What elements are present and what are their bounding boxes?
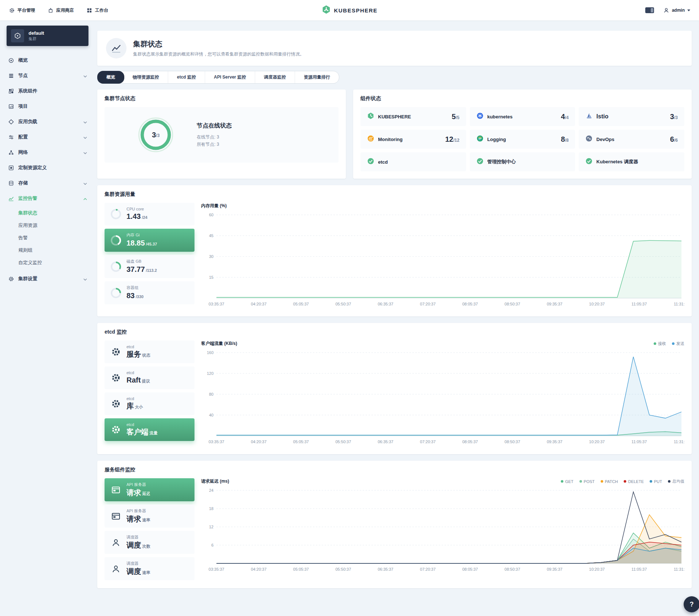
memory-donut-icon [110,235,121,246]
sidebar-item-storage[interactable]: 存储 [0,175,95,191]
resource-item-memory[interactable]: 内存 Gi 18.85/45.37 [105,229,194,252]
nav-workbench[interactable]: 工作台 [86,7,108,14]
cluster-selector[interactable]: default 集群 [7,26,88,46]
help-button[interactable]: ? [684,596,699,612]
sidebar-item-network[interactable]: 网络 [0,145,95,160]
svg-text:06:35:37: 06:35:37 [378,440,393,444]
tab-scheduler[interactable]: 调度器监控 [255,71,295,83]
svg-text:10:20:37: 10:20:37 [589,302,605,306]
svg-text:05:05:37: 05:05:37 [293,440,309,444]
sidebar-item-projects[interactable]: 项目 [0,99,95,114]
svg-text:06:35:37: 06:35:37 [378,302,393,306]
component-control-center: 管理控制中心 [470,152,575,171]
tab-overview[interactable]: 概览 [97,71,124,84]
nodes-icon [8,73,14,79]
svg-text:120: 120 [207,371,214,376]
sidebar-item-crd[interactable]: 定制资源定义 [0,160,95,175]
etcd-client-traffic-chart: 408012016003:35:3704:20:3705:05:3705:50:… [201,348,684,446]
sidebar-subitem-rule-groups[interactable]: 规则组 [0,244,95,256]
chart-legend: GET POST PATCH DELETE PUT 总均值 [561,479,684,484]
svg-text:11:05:37: 11:05:37 [631,302,647,306]
nav-app-store[interactable]: 应用商店 [48,7,74,14]
nav-label: 应用商店 [56,7,74,14]
sidebar-item-workloads[interactable]: 应用负载 [0,114,95,129]
sidebar-item-monitoring-alerting[interactable]: 监控告警 [0,191,95,206]
overview-icon [8,57,14,63]
svg-text:08:05:37: 08:05:37 [462,302,478,306]
tab-resource-ranking[interactable]: 资源用量排行 [295,71,339,83]
resource-item-cpu[interactable]: CPU core 1.43/24 [105,203,194,225]
svg-text:160: 160 [207,350,214,355]
svg-text:09:35:37: 09:35:37 [547,440,563,444]
svg-text:03:35:37: 03:35:37 [209,567,224,571]
disk-donut-icon [110,261,121,272]
page-header: 集群状态 集群状态展示集群资源的概览和详情，您可以查看集群资源的监控数据和用量排… [97,31,692,66]
etcd-gear-icon [110,347,121,357]
svg-text:05:05:37: 05:05:37 [293,567,309,571]
workbench-icon [86,7,92,13]
svg-text:80: 80 [209,392,214,396]
svg-text:11:31:28: 11:31:28 [674,302,684,306]
card-title: 集群资源用量 [105,191,684,198]
component-etcd: etcd [360,152,466,171]
node-status-panel: 3 /3 节点在线状态 在线节点: 3 所有节点: 3 [105,107,339,163]
kubernetes-icon [476,112,484,121]
svg-text:24: 24 [209,488,214,493]
chevron-down-icon [83,73,87,79]
nav-platform-management[interactable]: 平台管理 [9,7,35,14]
svg-text:10:20:37: 10:20:37 [589,440,605,444]
sidebar-subitem-cluster-status[interactable]: 集群状态 [0,207,95,219]
component-istio: Istio 3/3 [579,107,684,126]
resource-item-pods[interactable]: 容器组 83/330 [105,281,194,304]
request-latency-chart-block: 请求延迟 (ms) GET POST PATCH DELETE PUT 总均值 … [201,478,684,580]
kubesphere-logo-icon [321,5,331,16]
resource-item-disk[interactable]: 磁盘 GB 37.77/113.2 [105,255,194,278]
tab-etcd[interactable]: etcd 监控 [168,71,205,83]
node-online-title: 节点在线状态 [197,122,232,130]
service-item-request-latency[interactable]: API 服务器 请求延迟 [105,478,194,501]
service-item-request-rate[interactable]: API 服务器 请求速率 [105,505,194,528]
legend-put: PUT [650,479,662,484]
node-status-donut: 3 /3 [138,117,173,152]
kubesphere-brand[interactable]: KUBESPHERE [321,5,377,16]
sidebar-subitem-alerts[interactable]: 告警 [0,232,95,244]
tab-api-server[interactable]: API Server 监控 [205,71,255,83]
svg-text:05:50:37: 05:50:37 [335,440,351,444]
etcd-item-service[interactable]: etcd 服务状态 [105,341,194,363]
nav-right: admin [645,7,690,13]
sidebar-item-overview[interactable]: 概览 [0,53,95,68]
sidebar-item-configuration[interactable]: 配置 [0,129,95,145]
sidebar-subitem-app-resources[interactable]: 应用资源 [0,219,95,232]
component-monitoring: Monitoring 12/12 [360,130,466,149]
legend-post: POST [579,479,595,484]
svg-text:03:35:37: 03:35:37 [209,440,224,444]
svg-text:04:20:37: 04:20:37 [251,302,267,306]
sidebar-subitem-custom-monitoring[interactable]: 自定义监控 [0,256,95,269]
etcd-item-raft[interactable]: etcd Raft提议 [105,366,194,389]
svg-text:10:20:37: 10:20:37 [589,567,605,571]
panel-icon[interactable] [645,7,654,13]
svg-text:6: 6 [211,543,214,547]
sidebar: default 集群 概览 节点 系统组件 项目 应用负载 配置 网络 定制资源… [0,20,95,301]
monitoring-submenu: 集群状态 应用资源 告警 规则组 自定义监控 [0,206,95,271]
etcd-selector-list: etcd 服务状态 etcd Raft提议 etcd 库大小 etcd 客户端流… [105,341,194,446]
etcd-monitoring-card: etcd 监控 etcd 服务状态 etcd Raft提议 etcd 库大小 [97,323,692,454]
scheduler-icon [110,564,121,574]
chart-legend: 接收 发送 [654,341,684,346]
etcd-item-client-traffic[interactable]: etcd 客户端流量 [105,418,194,441]
chart-title: 内存用量 (%) [201,203,227,209]
resource-selector-list: CPU core 1.43/24 内存 Gi 18.85/45.37 磁盘 GB… [105,203,194,308]
sidebar-item-components[interactable]: 系统组件 [0,83,95,99]
etcd-item-db-size[interactable]: etcd 库大小 [105,392,194,415]
svg-text:11:31:28: 11:31:28 [674,440,684,444]
api-server-icon [110,512,121,521]
service-item-schedule-attempts[interactable]: 调度器 调度次数 [105,531,194,554]
monitoring-icon [367,135,374,144]
service-item-schedule-rate[interactable]: 调度器 调度速率 [105,557,194,580]
sidebar-item-nodes[interactable]: 节点 [0,68,95,83]
svg-text:60: 60 [209,213,214,217]
sidebar-item-cluster-settings[interactable]: 集群设置 [0,271,95,286]
user-menu[interactable]: admin [664,7,690,13]
tab-physical-resources[interactable]: 物理资源监控 [124,71,168,83]
legend-get: GET [561,479,574,484]
